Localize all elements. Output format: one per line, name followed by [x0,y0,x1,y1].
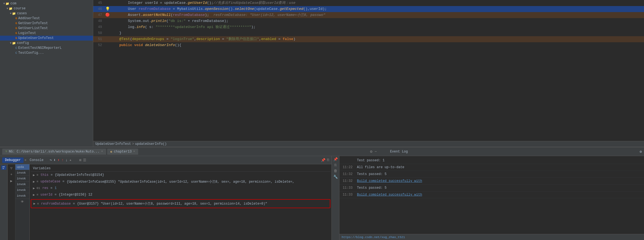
tree-label-updateuser: UpdateUserInfoTest [18,36,54,40]
expand-arrow-com: ▼ [3,2,5,5]
tab-ng[interactable]: N NG: C:/Users/darli/.ssh/workspace/muke… [2,149,106,155]
tree-label-extenttestng: ExtentTestNGIReporterL [18,46,62,50]
icon-eval[interactable]: ✦ [69,158,72,162]
expand-all-icon[interactable]: ▶ [10,179,13,183]
gear-icon[interactable]: ⚙ [370,149,372,154]
var-equals-updatecase: = [63,180,64,183]
class-icon-getuserinfo: G [15,22,17,25]
var-row-this: ▶ ≡ this = {UpdateUserInfoTest@3154} [31,172,330,178]
breadcrumb-class[interactable]: UpdateUserInfoTest [95,142,131,146]
tree-item-com[interactable]: ▼ 📁 com [0,1,93,6]
event-time-3: 11:32 [343,179,354,183]
file-tree: ▼ 📁 com ▼ 📁 course ▼ 📁 cases G AddUserTe… [0,0,93,147]
tree-label-adduser: AddUserTest [18,16,40,20]
debug-toolbar-icons: ↷ ⬇ ⬆ ↑ ↓ ✦ ⊞ ☰ [50,158,86,162]
line-number-51: 51 [93,36,104,42]
tab-chapter13[interactable]: ◐ chapter13 × [107,149,138,155]
tree-item-updateuser[interactable]: G UpdateUserInfoTest [0,36,93,41]
right-delete-icon[interactable]: 🗑 [334,169,337,173]
stack-frame-2[interactable]: invok [15,176,29,182]
add-watch-icon[interactable]: + [10,173,13,177]
breadcrumb-method[interactable]: updateUserInfo() [135,142,167,146]
icon-pin[interactable]: 📌 [321,158,325,162]
tree-item-testconfig[interactable]: C TestConfig... [0,50,93,55]
tree-item-logintest[interactable]: G LoginTest [0,31,93,36]
line-number-47: 47 [93,12,104,18]
event-text-3[interactable]: Build completed successfully with [357,179,641,183]
tab-console[interactable]: Console [27,157,46,163]
expand-arrow-cases: ▼ [10,12,12,15]
right-wrench-icon[interactable]: 🔧 [333,175,338,179]
event-log-gear[interactable]: ⚙ [640,149,642,154]
tab-ng-close[interactable]: × [101,150,103,153]
tree-item-getuserlist[interactable]: G GetUserListTest [0,26,93,31]
icon-list-view[interactable]: ☰ [83,158,86,162]
code-lines: 45 Integer userId = updateCase.getUserId… [93,0,644,141]
event-time-1: 11:22 [343,165,354,169]
minimize-icon[interactable]: − [375,149,377,154]
tab-chapter13-close[interactable]: × [133,150,135,153]
var-type-indicator-userid: ≡ [36,193,38,196]
stack-frame-5[interactable]: invok [15,193,29,199]
icon-step-out[interactable]: ⬆ [58,158,60,162]
event-text-5[interactable]: Build completed successfully with [357,193,641,197]
event-text-4: Tests passed: 5 [357,186,641,190]
tab-chapter13-label: chapter13 [114,150,132,154]
breadcrumb-sep: > [132,142,134,146]
expand-updatecase[interactable]: ▶ [33,180,35,184]
tree-item-config[interactable]: ▼ 📁 config [0,41,93,46]
tab-debugger[interactable]: Debugger [2,157,24,163]
code-line-52: 52 public void deleteUserInfo(){ [93,42,644,48]
tree-item-cases[interactable]: ▼ 📁 cases [0,11,93,16]
right-copy-icon[interactable]: ⎘ [334,163,337,167]
code-line-50: 50 } [93,30,644,36]
icon-copy-right[interactable]: ⎘ [327,158,329,162]
console-icon: ≡ [25,159,27,162]
expand-arrow-course: ▼ [7,7,8,10]
tree-item-getuserinfo[interactable]: G GetUserInfoTest [0,21,93,26]
line-number-48: 48 [93,18,104,24]
tree-label-course: course [14,7,25,10]
line-number-45: 45 [93,0,104,6]
var-equals-resfromdatabase: = [73,202,75,206]
icon-table-view[interactable]: ⊞ [79,158,81,162]
debugger-panel-wrap: Debugger ≡ Console ↷ ⬇ ⬆ ↑ ↓ ✦ ⊞ ☰ [0,156,644,240]
stack-frame-4[interactable]: invok [15,187,29,193]
icon-force-step[interactable]: ↓ [65,158,67,162]
var-row-userid: ▶ ≡ userId = {Integer@3156} 12 [31,191,330,198]
var-equals-res: = [50,186,52,190]
event-log-panel: Test passed: 1 11:22 All files are up-to… [339,156,644,240]
icon-step-into[interactable]: ⬇ [53,158,56,162]
event-text-2: Tests passed: 5 [357,172,641,176]
line-content-47: Assert.assertNotNull(resFromDatabase); r… [111,12,642,18]
icon-run-cursor[interactable]: ↑ [61,158,64,162]
expand-userid[interactable]: ▶ [33,193,35,197]
right-pin-icon[interactable]: 📌 [333,157,338,162]
stack-frames: upda invok invok invok invok invok 👁 [15,164,30,240]
filter-icon[interactable]: ▽ [10,166,13,170]
tree-item-course[interactable]: ▼ 📁 course [0,6,93,11]
breadcrumb-bar: UpdateUserInfoTest > updateUserInfo() [93,141,644,147]
side-icon-strip: =1 [0,164,8,240]
status-url[interactable]: https://blog.csdn.net/xug_zhao_t521 [342,236,405,239]
stack-frame-1[interactable]: invok [15,170,29,176]
frame-indicator: =1 [1,165,6,170]
var-row-updatecase: ▶ ≡ updateCase = {UpdateUserInfoCase@315… [31,178,330,185]
expand-resfromdatabase[interactable]: ▶ [33,202,35,206]
folder-icon-cases: 📁 [12,12,16,15]
folder-icon-com: 📁 [5,2,9,5]
debug-right-actions: 📌 ⎘ [321,158,329,162]
stack-frame-0[interactable]: upda [15,164,29,170]
icon-step-over[interactable]: ↷ [50,158,52,162]
expand-this[interactable]: ▶ [33,173,35,177]
stack-frame-eyes[interactable]: 👁 [15,199,29,205]
line-gutter-46: 💡 [104,6,111,12]
event-time-2: 11:32 [343,172,354,176]
tree-item-extenttestng[interactable]: C ExtentTestNGIReporterL [0,46,93,50]
event-time-5: 11:33 [343,193,354,197]
expand-res[interactable]: ▶ [33,186,35,190]
event-log-title: Event Log [390,150,408,154]
tree-label-logintest: LoginTest [18,31,36,35]
tree-item-adduser[interactable]: G AddUserTest [0,16,93,21]
stack-frame-3[interactable]: invok [15,182,29,187]
